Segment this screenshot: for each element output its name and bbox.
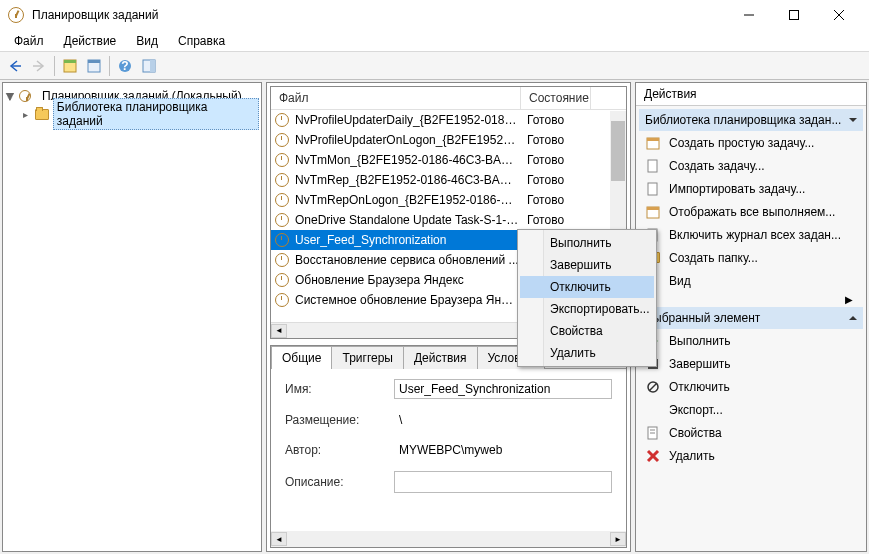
- action-label: Отображать все выполняем...: [669, 205, 835, 219]
- actions-header-selected-label: Выбранный элемент: [645, 311, 760, 325]
- clock-icon: [275, 133, 289, 147]
- clock-icon: [275, 113, 289, 127]
- name-value: User_Feed_Synchronization: [394, 379, 612, 399]
- action-item[interactable]: Экспорт...: [639, 398, 863, 421]
- close-button[interactable]: [816, 1, 861, 29]
- menu-view[interactable]: Вид: [126, 32, 168, 50]
- svg-rect-16: [648, 160, 657, 172]
- svg-rect-17: [648, 183, 657, 195]
- maximize-button[interactable]: [771, 1, 816, 29]
- action-item[interactable]: Вид: [639, 269, 863, 292]
- list-header: Файл Состояние: [271, 87, 626, 110]
- task-name: Восстановление сервиса обновлений ...: [291, 253, 523, 267]
- titlebar: Планировщик заданий: [0, 0, 869, 30]
- task-row[interactable]: NvTmRep_{B2FE1952-0186-46C3-BAEC-...Гото…: [271, 170, 626, 190]
- task-name: NvProfileUpdaterOnLogon_{B2FE1952-01...: [291, 133, 523, 147]
- svg-rect-15: [647, 138, 659, 141]
- action-item[interactable]: Выполнить: [639, 329, 863, 352]
- ctx-delete[interactable]: Удалить: [520, 342, 654, 364]
- action-item[interactable]: Свойства: [639, 421, 863, 444]
- back-button[interactable]: [4, 55, 26, 77]
- action-item[interactable]: Создать задачу...: [639, 154, 863, 177]
- chevron-up-icon: [849, 118, 857, 122]
- action-item[interactable]: Включить журнал всех задан...: [639, 223, 863, 246]
- clock-icon: [275, 293, 289, 307]
- clock-icon: [19, 90, 31, 102]
- author-label: Автор:: [285, 443, 395, 457]
- task-row[interactable]: NvProfileUpdaterOnLogon_{B2FE1952-01...Г…: [271, 130, 626, 150]
- task-state: Готово: [523, 113, 593, 127]
- action-item[interactable]: Импортировать задачу...: [639, 177, 863, 200]
- action-label: Завершить: [669, 357, 731, 371]
- task-name: NvTmMon_{B2FE1952-0186-46C3-BAEC-...: [291, 153, 523, 167]
- action-item[interactable]: Отображать все выполняем...: [639, 200, 863, 223]
- ctx-disable[interactable]: Отключить: [520, 276, 654, 298]
- actions-header-library-label: Библиотека планировщика задан...: [645, 113, 841, 127]
- tab-general[interactable]: Общие: [271, 346, 332, 369]
- clock-icon: [275, 273, 289, 287]
- task-name: NvProfileUpdaterDaily_{B2FE1952-0186-4..…: [291, 113, 523, 127]
- actions-body: Библиотека планировщика задан... Создать…: [636, 106, 866, 551]
- action-label: Импортировать задачу...: [669, 182, 805, 196]
- minimize-button[interactable]: [726, 1, 771, 29]
- general-form: Имя: User_Feed_Synchronization Размещени…: [271, 369, 626, 531]
- action-item[interactable]: Удалить: [639, 444, 863, 467]
- author-value: MYWEBPC\myweb: [395, 441, 506, 459]
- action-item[interactable]: Создать простую задачу...: [639, 131, 863, 154]
- help-button[interactable]: ?: [114, 55, 136, 77]
- action-icon: [645, 204, 661, 220]
- action-icon: [645, 448, 661, 464]
- action-item[interactable]: Создать папку...: [639, 246, 863, 269]
- forward-button[interactable]: [28, 55, 50, 77]
- col-file[interactable]: Файл: [271, 87, 521, 109]
- ctx-end[interactable]: Завершить: [520, 254, 654, 276]
- action-item[interactable]: Завершить: [639, 352, 863, 375]
- clock-icon: [275, 193, 289, 207]
- task-name: OneDrive Standalone Update Task-S-1-5-..…: [291, 213, 523, 227]
- action-label: Выполнить: [669, 334, 731, 348]
- tab-triggers[interactable]: Триггеры: [331, 346, 404, 369]
- pane1-button[interactable]: [59, 55, 81, 77]
- task-row[interactable]: OneDrive Standalone Update Task-S-1-5-..…: [271, 210, 626, 230]
- description-value[interactable]: [394, 471, 612, 493]
- task-row[interactable]: NvProfileUpdaterDaily_{B2FE1952-0186-4..…: [271, 110, 626, 130]
- pane2-button[interactable]: [83, 55, 105, 77]
- actions-header-selected[interactable]: Выбранный элемент: [639, 307, 863, 329]
- menu-file[interactable]: Файл: [4, 32, 54, 50]
- menu-help[interactable]: Справка: [168, 32, 235, 50]
- location-label: Размещение:: [285, 413, 395, 427]
- menu-action[interactable]: Действие: [54, 32, 127, 50]
- details-pane: Общие Триггеры Действия Условия Имя: Use…: [270, 345, 627, 548]
- tab-actions[interactable]: Действия: [403, 346, 478, 369]
- ctx-run[interactable]: Выполнить: [520, 232, 654, 254]
- task-name: NvTmRepOnLogon_{B2FE1952-0186-46C...: [291, 193, 523, 207]
- task-name: NvTmRep_{B2FE1952-0186-46C3-BAEC-...: [291, 173, 523, 187]
- action-item[interactable]: Отключить: [639, 375, 863, 398]
- menubar: Файл Действие Вид Справка: [0, 30, 869, 52]
- clock-icon: [275, 233, 289, 247]
- svg-rect-7: [64, 60, 76, 63]
- task-row[interactable]: NvTmMon_{B2FE1952-0186-46C3-BAEC-...Гото…: [271, 150, 626, 170]
- action-icon: [645, 181, 661, 197]
- svg-text:?: ?: [121, 59, 128, 73]
- tree-library-label: Библиотека планировщика заданий: [53, 98, 259, 130]
- chevron-up-icon: [849, 316, 857, 320]
- pane3-button[interactable]: [138, 55, 160, 77]
- tree-pane: ⯆ Планировщик заданий (Локальный) ▸ Библ…: [2, 82, 262, 552]
- details-scrollbar[interactable]: ◄ ►: [271, 531, 626, 547]
- scroll-left-button[interactable]: ◄: [271, 324, 287, 338]
- svg-rect-9: [88, 60, 100, 63]
- ctx-export[interactable]: Экспортировать...: [520, 298, 654, 320]
- action-label: Создать папку...: [669, 251, 758, 265]
- tree-library[interactable]: ▸ Библиотека планировщика заданий: [5, 105, 259, 123]
- ctx-props[interactable]: Свойства: [520, 320, 654, 342]
- svg-line-26: [649, 383, 657, 391]
- context-menu: Выполнить Завершить Отключить Экспортиро…: [517, 229, 657, 367]
- col-state[interactable]: Состояние: [521, 87, 591, 109]
- actions-header-library[interactable]: Библиотека планировщика задан...: [639, 109, 863, 131]
- svg-rect-1: [789, 11, 798, 20]
- task-state: Готово: [523, 133, 593, 147]
- toolbar: ?: [0, 52, 869, 80]
- task-row[interactable]: NvTmRepOnLogon_{B2FE1952-0186-46C...Гото…: [271, 190, 626, 210]
- center-pane: Файл Состояние NvProfileUpdaterDaily_{B2…: [266, 82, 631, 552]
